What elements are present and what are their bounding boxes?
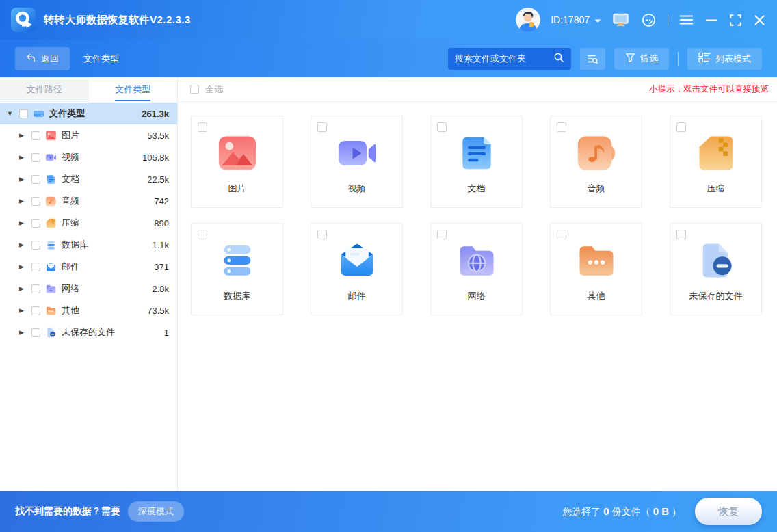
filter-button[interactable]: 筛选 (614, 48, 669, 70)
card-checkbox[interactable] (317, 230, 327, 239)
card-video[interactable]: 视频 (311, 116, 403, 208)
tab-file-path[interactable]: 文件路径 (0, 77, 89, 102)
tree-item-archive[interactable]: ▶压缩890 (0, 212, 177, 234)
list-mode-button[interactable]: 列表模式 (687, 48, 762, 70)
app-logo-icon (11, 8, 36, 32)
search-list-button[interactable] (580, 48, 605, 70)
sidebar-tabs: 文件路径 文件类型 (0, 77, 177, 102)
user-id[interactable]: ID:17807 (551, 14, 601, 25)
tree-checkbox[interactable] (19, 109, 28, 118)
caret-expanded-icon[interactable]: ▼ (7, 110, 17, 117)
tree-item-label: 数据库 (62, 239, 88, 251)
select-all[interactable]: 全选 (190, 83, 223, 96)
deep-mode-button[interactable]: 深度模式 (128, 501, 184, 522)
card-checkbox[interactable] (557, 230, 566, 239)
list-layout-icon (698, 52, 711, 65)
image-icon (45, 130, 57, 142)
caret-collapsed-icon[interactable]: ▶ (19, 198, 29, 204)
tree-checkbox[interactable] (31, 219, 40, 228)
caret-collapsed-icon[interactable]: ▶ (19, 241, 29, 248)
card-image[interactable]: 图片 (191, 116, 283, 208)
card-audio[interactable]: 音频 (550, 116, 642, 208)
card-unsaved[interactable]: 未保存的文件 (670, 223, 762, 315)
menu-button[interactable] (679, 14, 694, 26)
tree-checkbox[interactable] (31, 131, 40, 140)
tree-item-label: 邮件 (62, 261, 79, 273)
tab-file-type[interactable]: 文件类型 (89, 77, 178, 102)
tree-item-count: 22.5k (147, 174, 169, 185)
card-database[interactable]: 数据库 (191, 223, 283, 315)
caret-collapsed-icon[interactable]: ▶ (19, 263, 29, 270)
tree-item-database[interactable]: ▶数据库1.1k (0, 234, 177, 256)
card-checkbox[interactable] (198, 230, 207, 239)
tree-checkbox[interactable] (31, 241, 40, 250)
card-mail[interactable]: 邮件 (311, 223, 403, 315)
card-checkbox[interactable] (557, 122, 566, 132)
tree-checkbox[interactable] (31, 284, 40, 293)
screen-monitor-icon[interactable] (611, 12, 630, 28)
caret-collapsed-icon[interactable]: ▶ (19, 307, 29, 314)
tree-item-video[interactable]: ▶视频105.8k (0, 146, 177, 168)
tree-item-label: 未保存的文件 (62, 326, 115, 338)
other-icon (575, 239, 618, 282)
back-button[interactable]: 返回 (15, 47, 70, 70)
maximize-button[interactable] (728, 13, 743, 27)
card-checkbox[interactable] (198, 122, 207, 132)
close-button[interactable] (753, 14, 766, 27)
tree-item-label: 视频 (62, 151, 79, 163)
tree-checkbox[interactable] (31, 197, 40, 206)
caret-collapsed-icon[interactable]: ▶ (19, 285, 29, 292)
main-panel: 全选 小提示：双击文件可以直接预览 图片视频文档音频压缩数据库邮件网络其他未保存… (178, 77, 777, 491)
tree-item-label: 音频 (62, 195, 79, 207)
selected-size: 0 B (653, 505, 669, 517)
tree-item-network[interactable]: ▶网络2.8k (0, 278, 177, 300)
card-checkbox[interactable] (676, 122, 686, 132)
caret-collapsed-icon[interactable]: ▶ (19, 154, 29, 161)
card-checkbox[interactable] (317, 122, 327, 132)
tree-checkbox[interactable] (31, 328, 40, 337)
card-other[interactable]: 其他 (550, 223, 642, 315)
tree-checkbox[interactable] (31, 175, 40, 184)
card-label: 邮件 (348, 290, 366, 302)
caret-collapsed-icon[interactable]: ▶ (19, 132, 29, 139)
card-label: 其他 (588, 290, 605, 302)
tree-item-document[interactable]: ▶文档22.5k (0, 168, 177, 190)
card-checkbox[interactable] (676, 230, 686, 239)
selected-count: 0 (603, 505, 609, 517)
caret-collapsed-icon[interactable]: ▶ (19, 176, 29, 183)
tree-item-image[interactable]: ▶图片53.5k (0, 124, 177, 146)
user-avatar[interactable] (516, 8, 540, 32)
titlebar-divider (668, 14, 668, 26)
caret-collapsed-icon[interactable]: ▶ (19, 220, 29, 226)
tree-item-other[interactable]: ▶其他73.5k (0, 300, 177, 321)
card-archive[interactable]: 压缩 (670, 116, 762, 208)
tree-checkbox[interactable] (31, 306, 40, 315)
document-icon (45, 174, 57, 185)
tree-item-mail[interactable]: ▶邮件371 (0, 256, 177, 278)
card-checkbox[interactable] (437, 122, 447, 132)
search-input[interactable] (455, 53, 553, 64)
tree-checkbox[interactable] (31, 263, 40, 271)
tree-item-drive[interactable]: ▼文件类型261.3k (0, 103, 177, 124)
drive-icon (33, 108, 44, 120)
customer-service-icon[interactable] (640, 12, 657, 29)
card-checkbox[interactable] (437, 230, 447, 239)
toolbar: 返回 文件类型 筛选 列表模式 (0, 40, 777, 77)
minimize-button[interactable] (704, 14, 718, 26)
tree-item-label: 文件类型 (49, 107, 85, 120)
card-document[interactable]: 文档 (430, 116, 523, 208)
archive-icon (695, 132, 737, 174)
preview-tip: 小提示：双击文件可以直接预览 (649, 83, 769, 95)
recover-button[interactable]: 恢复 (695, 498, 762, 525)
tree-item-audio[interactable]: ▶音频742 (0, 190, 177, 212)
unsaved-icon (695, 239, 737, 282)
search-icon[interactable] (553, 52, 564, 66)
caret-collapsed-icon[interactable]: ▶ (19, 329, 29, 336)
tree-checkbox[interactable] (31, 153, 40, 162)
card-label: 未保存的文件 (689, 290, 743, 302)
workspace: 文件路径 文件类型 ▼文件类型261.3k▶图片53.5k▶视频105.8k▶文… (0, 77, 777, 491)
card-network[interactable]: 网络 (430, 223, 523, 315)
select-all-checkbox[interactable] (190, 85, 199, 94)
tree-item-unsaved[interactable]: ▶未保存的文件1 (0, 321, 177, 343)
search-box[interactable] (448, 48, 571, 70)
